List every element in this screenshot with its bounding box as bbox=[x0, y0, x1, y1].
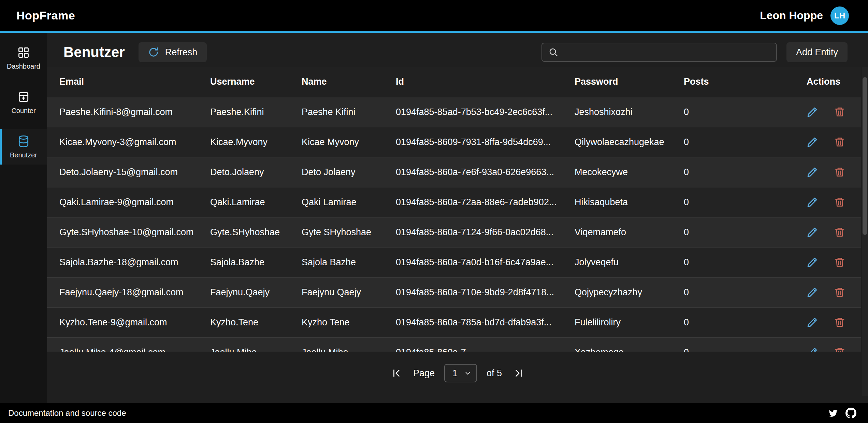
cell-name: Jaellu Mibe bbox=[302, 337, 396, 352]
table-header-row: Email Username Name Id Password Posts Ac… bbox=[47, 67, 861, 97]
trash-icon bbox=[834, 136, 845, 148]
cell-password: Qilywolaecazhugekae bbox=[575, 127, 684, 157]
chevron-down-icon bbox=[464, 369, 472, 377]
trash-icon bbox=[834, 347, 845, 352]
pencil-icon bbox=[807, 286, 818, 298]
cell-actions bbox=[807, 247, 861, 277]
cell-email: Paeshe.Kifini-8@gmail.com bbox=[47, 97, 210, 127]
cell-email: Kicae.Myvony-3@gmail.com bbox=[47, 127, 210, 157]
cell-password: Hikisaqubeta bbox=[575, 187, 684, 217]
pencil-icon bbox=[807, 166, 818, 178]
entity-table-wrapper: Email Username Name Id Password Posts Ac… bbox=[47, 67, 861, 352]
avatar[interactable]: LH bbox=[830, 6, 849, 25]
delete-row-button[interactable] bbox=[834, 256, 845, 268]
cell-username: Kyzho.Tene bbox=[210, 307, 302, 337]
delete-row-button[interactable] bbox=[834, 106, 845, 118]
delete-row-button[interactable] bbox=[834, 316, 845, 328]
delete-row-button[interactable] bbox=[834, 347, 845, 352]
add-entity-label: Add Entity bbox=[796, 47, 838, 58]
cell-posts: 0 bbox=[684, 217, 807, 247]
search-input[interactable] bbox=[563, 47, 770, 58]
pencil-icon bbox=[807, 136, 818, 148]
cell-actions bbox=[807, 187, 861, 217]
edit-row-button[interactable] bbox=[807, 196, 818, 208]
vertical-scrollbar[interactable] bbox=[862, 67, 868, 396]
cell-id: 0194fa85-860a-7e6f-93a0-626e9663... bbox=[396, 157, 575, 187]
edit-row-button[interactable] bbox=[807, 136, 818, 148]
table-row: Jaellu.Mibe-4@gmail.com Jaellu.Mibe Jael… bbox=[47, 337, 861, 352]
edit-row-button[interactable] bbox=[807, 286, 818, 298]
cell-id: 0194fa85-860a-710e-9bd9-2d8f4718... bbox=[396, 277, 575, 307]
pencil-icon bbox=[807, 196, 818, 208]
cell-posts: 0 bbox=[684, 97, 807, 127]
page-select[interactable]: 1 bbox=[444, 364, 477, 382]
cell-username: Faejynu.Qaejy bbox=[210, 277, 302, 307]
scrollbar-thumb[interactable] bbox=[863, 77, 867, 235]
cell-email: Jaellu.Mibe-4@gmail.com bbox=[47, 337, 210, 352]
app-logo[interactable]: HopFrame bbox=[16, 9, 75, 22]
pencil-icon bbox=[807, 347, 818, 352]
cell-actions bbox=[807, 307, 861, 337]
edit-row-button[interactable] bbox=[807, 166, 818, 178]
entity-table: Email Username Name Id Password Posts Ac… bbox=[47, 67, 861, 352]
last-page-button[interactable] bbox=[511, 366, 526, 380]
edit-row-button[interactable] bbox=[807, 316, 818, 328]
cell-posts: 0 bbox=[684, 187, 807, 217]
page-select-value: 1 bbox=[452, 368, 458, 379]
cell-username: Gyte.SHyhoshae bbox=[210, 217, 302, 247]
search-box bbox=[541, 43, 777, 62]
column-header-posts: Posts bbox=[684, 67, 807, 97]
delete-row-button[interactable] bbox=[834, 226, 845, 238]
edit-row-button[interactable] bbox=[807, 256, 818, 268]
trash-icon bbox=[834, 256, 845, 268]
column-header-actions: Actions bbox=[807, 67, 861, 97]
pencil-icon bbox=[807, 106, 818, 118]
search-icon bbox=[548, 47, 559, 57]
table-row: Faejynu.Qaejy-18@gmail.com Faejynu.Qaejy… bbox=[47, 277, 861, 307]
table-row: Kicae.Myvony-3@gmail.com Kicae.Myvony Ki… bbox=[47, 127, 861, 157]
sidebar: Dashboard Counter Benutzer bbox=[0, 33, 47, 403]
sidebar-item-label: Counter bbox=[11, 107, 35, 115]
delete-row-button[interactable] bbox=[834, 136, 845, 148]
edit-row-button[interactable] bbox=[807, 226, 818, 238]
counter-icon bbox=[17, 90, 30, 103]
sidebar-item-benutzer[interactable]: Benutzer bbox=[0, 129, 47, 165]
bird-icon[interactable] bbox=[828, 408, 839, 419]
edit-row-button[interactable] bbox=[807, 347, 818, 352]
pencil-icon bbox=[807, 316, 818, 328]
cell-name: Kicae Myvony bbox=[302, 127, 396, 157]
first-page-button[interactable] bbox=[389, 366, 404, 380]
delete-row-button[interactable] bbox=[834, 196, 845, 208]
edit-row-button[interactable] bbox=[807, 106, 818, 118]
trash-icon bbox=[834, 286, 845, 298]
dashboard-grid-icon bbox=[17, 46, 30, 59]
cell-name: Gyte SHyhoshae bbox=[302, 217, 396, 247]
user-name: Leon Hoppe bbox=[760, 9, 823, 22]
cell-name: Sajola Bazhe bbox=[302, 247, 396, 277]
cell-password: Xazhemaqo bbox=[575, 337, 684, 352]
cell-posts: 0 bbox=[684, 307, 807, 337]
refresh-button[interactable]: Refresh bbox=[139, 42, 207, 62]
cell-posts: 0 bbox=[684, 157, 807, 187]
github-icon[interactable] bbox=[845, 408, 856, 419]
cell-email: Kyzho.Tene-9@gmail.com bbox=[47, 307, 210, 337]
delete-row-button[interactable] bbox=[834, 286, 845, 298]
cell-id: 0194fa85-860a-7... bbox=[396, 337, 575, 352]
column-header-name: Name bbox=[302, 67, 396, 97]
delete-row-button[interactable] bbox=[834, 166, 845, 178]
cell-password: Mecokecywe bbox=[575, 157, 684, 187]
page-count-label: of 5 bbox=[487, 368, 502, 379]
cell-email: Qaki.Lamirae-9@gmail.com bbox=[47, 187, 210, 217]
sidebar-item-counter[interactable]: Counter bbox=[0, 85, 47, 120]
cell-username: Sajola.Bazhe bbox=[210, 247, 302, 277]
cell-name: Deto Jolaeny bbox=[302, 157, 396, 187]
user-menu[interactable]: Leon Hoppe LH bbox=[760, 6, 849, 25]
add-entity-button[interactable]: Add Entity bbox=[786, 42, 848, 62]
cell-id: 0194fa85-8609-7931-8ffa-9d54dc69... bbox=[396, 127, 575, 157]
sidebar-item-dashboard[interactable]: Dashboard bbox=[0, 40, 47, 76]
cell-posts: 0 bbox=[684, 247, 807, 277]
cell-name: Qaki Lamirae bbox=[302, 187, 396, 217]
sidebar-item-label: Benutzer bbox=[10, 151, 37, 159]
cell-actions bbox=[807, 97, 861, 127]
trash-icon bbox=[834, 166, 845, 178]
